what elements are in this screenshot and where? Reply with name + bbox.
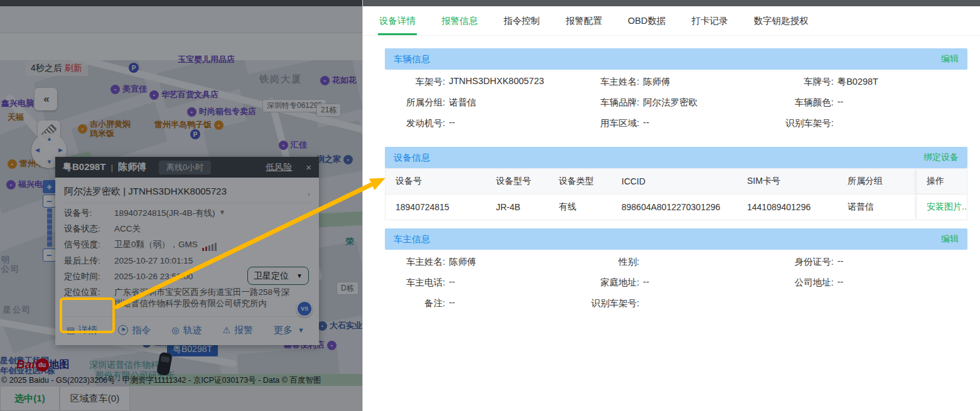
section-title: 车主信息 bbox=[394, 233, 430, 245]
tab-digital-key-auth[interactable]: 数字钥匙授权 bbox=[752, 6, 809, 35]
section-title: 车辆信息 bbox=[394, 53, 430, 65]
tab-checkin-records[interactable]: 打卡记录 bbox=[690, 6, 729, 35]
cell-sim: 1441089401296 bbox=[737, 195, 837, 220]
device-table-row: 18940724815 JR-4B 有线 898604A801227030129… bbox=[385, 195, 967, 220]
edit-owner-button[interactable]: 编辑 bbox=[941, 233, 959, 245]
field-empty bbox=[773, 297, 967, 310]
top-bar bbox=[363, 0, 980, 6]
tab-obd-data[interactable]: OBD数据 bbox=[627, 6, 667, 35]
modal-dim-overlay bbox=[0, 0, 362, 411]
bind-device-button[interactable]: 绑定设备 bbox=[923, 152, 959, 163]
device-info-header: 设备信息 绑定设备 bbox=[385, 147, 967, 168]
tab-device-detail[interactable]: 设备详情 bbox=[378, 6, 417, 35]
install-photo-link[interactable]: 安装图片... bbox=[927, 201, 967, 213]
field-group: 所属分组:诺普信 bbox=[385, 97, 579, 109]
edit-vehicle-button[interactable]: 编辑 bbox=[941, 53, 959, 65]
cell-model: JR-4B bbox=[486, 195, 549, 220]
tab-alarm-info[interactable]: 报警信息 bbox=[440, 6, 479, 35]
field-brand: 车辆品牌:阿尔法罗密欧 bbox=[579, 97, 773, 109]
field-vin: 车架号:JTNHS3DHXK8005723 bbox=[385, 76, 579, 88]
field-engine-no: 发动机号:-- bbox=[385, 117, 579, 130]
cell-device-no: 18940724815 bbox=[385, 195, 486, 220]
field-company-address: 公司地址:-- bbox=[773, 277, 967, 289]
field-use-area: 用车区域:-- bbox=[579, 117, 773, 130]
field-remark: 备注:-- bbox=[385, 297, 579, 310]
vehicle-info-section: 车辆信息 编辑 车架号:JTNHS3DHXK8005723 车主姓名:陈师傅 车… bbox=[385, 48, 967, 139]
detail-button-highlight bbox=[60, 297, 115, 333]
field-owner-name: 车主姓名:陈师傅 bbox=[579, 76, 773, 88]
detail-tabs: 设备详情 报警信息 指令控制 报警配置 OBD数据 打卡记录 数字钥匙授权 bbox=[363, 6, 980, 36]
device-table-header: 设备号 设备型号 设备类型 ICCID SIM卡号 所属分组 操作 bbox=[385, 169, 967, 195]
field-home-address: 家庭地址:-- bbox=[579, 277, 773, 289]
owner-info-header: 车主信息 编辑 bbox=[385, 228, 967, 250]
field-owner-name: 车主姓名:陈师傅 bbox=[385, 256, 579, 269]
field-identified-vin: 识别车架号: bbox=[579, 297, 773, 310]
detail-sections: 车辆信息 编辑 车架号:JTNHS3DHXK8005723 车主姓名:陈师傅 车… bbox=[363, 36, 980, 319]
device-detail-panel: 设备详情 报警信息 指令控制 报警配置 OBD数据 打卡记录 数字钥匙授权 车辆… bbox=[362, 0, 980, 411]
field-identified-vin: 识别车架号: bbox=[773, 117, 967, 130]
map-panel: 玉宝婴儿用品店 •美宜佳 •华艺百货文具店 铁岗大厦 •花如花 深圳特专0612… bbox=[0, 0, 362, 411]
field-owner-phone: 车主电话:-- bbox=[385, 277, 579, 289]
section-title: 设备信息 bbox=[394, 152, 430, 164]
device-table: 设备号 设备型号 设备类型 ICCID SIM卡号 所属分组 操作 189407… bbox=[385, 168, 967, 220]
field-id-number: 身份证号:-- bbox=[773, 256, 967, 269]
owner-info-section: 车主信息 编辑 车主姓名:陈师傅 性别: 身份证号:-- 车主电话:-- 家庭地… bbox=[385, 228, 967, 319]
cell-iccid: 898604A8012270301296 bbox=[611, 195, 737, 220]
field-color: 车辆颜色:-- bbox=[773, 97, 967, 109]
vehicle-info-grid: 车架号:JTNHS3DHXK8005723 车主姓名:陈师傅 车牌号:粤B029… bbox=[385, 70, 967, 139]
tab-command-control[interactable]: 指令控制 bbox=[502, 6, 541, 35]
cell-type: 有线 bbox=[549, 195, 611, 220]
cell-group: 诺普信 bbox=[837, 195, 916, 220]
device-info-section: 设备信息 绑定设备 设备号 设备型号 设备类型 ICCID SIM卡号 所属分组… bbox=[385, 147, 967, 220]
field-gender: 性别: bbox=[579, 256, 773, 269]
owner-info-grid: 车主姓名:陈师傅 性别: 身份证号:-- 车主电话:-- 家庭地址:-- 公司地… bbox=[385, 250, 967, 319]
tab-alarm-config[interactable]: 报警配置 bbox=[564, 6, 603, 35]
vehicle-info-header: 车辆信息 编辑 bbox=[385, 48, 967, 70]
field-plate-no: 车牌号:粤B0298T bbox=[773, 76, 967, 88]
